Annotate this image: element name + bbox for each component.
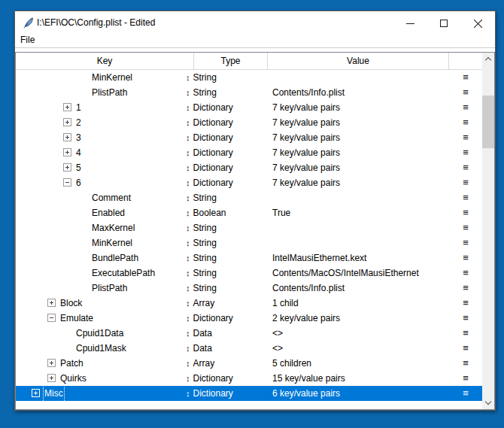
scroll-thumb[interactable]: [482, 96, 494, 148]
drag-handle-icon[interactable]: ≡: [460, 281, 472, 296]
vertical-scrollbar[interactable]: [482, 53, 494, 409]
type-cell[interactable]: ↕Data: [186, 326, 212, 341]
value-cell[interactable]: 7 key/value pairs: [272, 115, 340, 130]
value-cell[interactable]: True: [272, 205, 290, 220]
tree-row[interactable]: Enabled ↕Boolean True ≡: [16, 205, 482, 220]
value-cell[interactable]: 6 key/value pairs: [272, 386, 340, 401]
column-header-menu[interactable]: [449, 53, 483, 69]
tree-row[interactable]: Patch ↕Array 5 children ≡: [16, 356, 482, 371]
expander-icon[interactable]: [63, 163, 71, 172]
tree-row[interactable]: MaxKernel ↕String ≡: [16, 220, 482, 235]
expander-icon[interactable]: [63, 103, 71, 111]
drag-handle-icon[interactable]: ≡: [460, 326, 472, 341]
expander-icon[interactable]: [47, 299, 56, 307]
tree-row[interactable]: MinKernel ↕String ≡: [16, 70, 482, 85]
drag-handle-icon[interactable]: ≡: [460, 341, 472, 356]
drag-handle-icon[interactable]: ≡: [460, 296, 472, 311]
expander-icon[interactable]: [32, 389, 40, 397]
tree-row[interactable]: Block ↕Array 1 child ≡: [16, 296, 482, 311]
type-cell[interactable]: ↕Data: [186, 341, 212, 356]
value-cell[interactable]: 7 key/value pairs: [272, 160, 340, 175]
tree-row[interactable]: 6 ↕Dictionary 7 key/value pairs ≡: [16, 175, 482, 190]
drag-handle-icon[interactable]: ≡: [460, 235, 472, 250]
tree-row[interactable]: Comment ↕String ≡: [16, 190, 482, 205]
type-cell[interactable]: ↕String: [186, 281, 217, 296]
type-cell[interactable]: ↕String: [186, 220, 217, 235]
drag-handle-icon[interactable]: ≡: [460, 85, 472, 100]
drag-handle-icon[interactable]: ≡: [460, 115, 472, 130]
type-cell[interactable]: ↕Dictionary: [186, 371, 233, 386]
drag-handle-icon[interactable]: ≡: [460, 205, 472, 220]
type-cell[interactable]: ↕Boolean: [186, 205, 226, 220]
expander-icon[interactable]: [63, 133, 71, 141]
expander-icon[interactable]: [63, 118, 71, 126]
expander-icon[interactable]: [63, 148, 71, 156]
tree-row[interactable]: 1 ↕Dictionary 7 key/value pairs ≡: [16, 100, 482, 115]
drag-handle-icon[interactable]: ≡: [460, 100, 472, 115]
value-cell[interactable]: <>: [272, 341, 283, 356]
tree-row[interactable]: PlistPath ↕String Contents/Info.plist ≡: [16, 281, 482, 296]
value-cell[interactable]: 2 key/value pairs: [272, 311, 340, 326]
expander-icon[interactable]: [47, 359, 56, 367]
menu-item-file[interactable]: File: [15, 34, 40, 47]
tree-row[interactable]: 4 ↕Dictionary 7 key/value pairs ≡: [16, 145, 482, 160]
drag-handle-icon[interactable]: ≡: [460, 175, 472, 190]
tree-row[interactable]: Cpuid1Data ↕Data <> ≡: [16, 326, 482, 341]
type-cell[interactable]: ↕Array: [186, 356, 214, 371]
type-cell[interactable]: ↕String: [186, 85, 217, 100]
drag-handle-icon[interactable]: ≡: [460, 130, 472, 145]
type-cell[interactable]: ↕String: [186, 190, 217, 205]
drag-handle-icon[interactable]: ≡: [460, 145, 472, 160]
column-header-value[interactable]: Value: [268, 53, 449, 69]
drag-handle-icon[interactable]: ≡: [460, 250, 472, 266]
type-cell[interactable]: ↕Dictionary: [186, 386, 233, 401]
value-cell[interactable]: Contents/MacOS/IntelMausiEthernet: [272, 266, 419, 281]
type-cell[interactable]: ↕String: [186, 266, 217, 281]
drag-handle-icon[interactable]: ≡: [460, 356, 472, 371]
type-cell[interactable]: ↕Array: [186, 296, 214, 311]
drag-handle-icon[interactable]: ≡: [460, 220, 472, 235]
scroll-down-button[interactable]: [482, 396, 494, 409]
scroll-up-button[interactable]: [482, 53, 494, 65]
tree-row[interactable]: ExecutablePath ↕String Contents/MacOS/In…: [16, 266, 482, 281]
titlebar[interactable]: I:\EFI\OC\Config.plist - Edited: [15, 11, 495, 34]
tree-row[interactable]: Misc ↕Dictionary 6 key/value pairs ≡: [16, 386, 482, 401]
value-cell[interactable]: 5 children: [272, 356, 311, 371]
type-cell[interactable]: ↕Dictionary: [186, 311, 233, 326]
maximize-button[interactable]: [427, 11, 461, 34]
drag-handle-icon[interactable]: ≡: [460, 70, 472, 85]
tree-row[interactable]: MinKernel ↕String ≡: [16, 235, 482, 250]
minimize-button[interactable]: [393, 11, 427, 34]
value-cell[interactable]: 7 key/value pairs: [272, 145, 340, 160]
value-cell[interactable]: Contents/Info.plist: [272, 85, 345, 100]
tree-row[interactable]: Emulate ↕Dictionary 2 key/value pairs ≡: [16, 311, 482, 326]
expander-icon[interactable]: [47, 314, 56, 322]
type-cell[interactable]: ↕String: [186, 250, 217, 266]
value-cell[interactable]: 7 key/value pairs: [272, 175, 340, 190]
column-header-type[interactable]: Type: [194, 53, 268, 69]
type-cell[interactable]: ↕Dictionary: [186, 145, 233, 160]
type-cell[interactable]: ↕Dictionary: [186, 175, 233, 190]
value-cell[interactable]: 1 child: [272, 296, 299, 311]
value-cell[interactable]: IntelMausiEthernet.kext: [272, 250, 366, 266]
tree-row[interactable]: PlistPath ↕String Contents/Info.plist ≡: [16, 85, 482, 100]
value-cell[interactable]: 15 key/value pairs: [272, 371, 345, 386]
type-cell[interactable]: ↕Dictionary: [186, 100, 233, 115]
drag-handle-icon[interactable]: ≡: [460, 160, 472, 175]
drag-handle-icon[interactable]: ≡: [460, 190, 472, 205]
tree-row[interactable]: Quirks ↕Dictionary 15 key/value pairs ≡: [16, 371, 482, 386]
value-cell[interactable]: 7 key/value pairs: [272, 100, 340, 115]
tree-row[interactable]: 3 ↕Dictionary 7 key/value pairs ≡: [16, 130, 482, 145]
drag-handle-icon[interactable]: ≡: [460, 386, 472, 401]
value-cell[interactable]: <>: [272, 326, 283, 341]
tree-row[interactable]: BundlePath ↕String IntelMausiEthernet.ke…: [16, 250, 482, 266]
drag-handle-icon[interactable]: ≡: [460, 311, 472, 326]
type-cell[interactable]: ↕Dictionary: [186, 160, 233, 175]
type-cell[interactable]: ↕Dictionary: [186, 130, 233, 145]
drag-handle-icon[interactable]: ≡: [460, 371, 472, 386]
type-cell[interactable]: ↕Dictionary: [186, 115, 233, 130]
expander-icon[interactable]: [47, 374, 56, 382]
tree-row[interactable]: Cpuid1Mask ↕Data <> ≡: [16, 341, 482, 356]
tree-row[interactable]: 2 ↕Dictionary 7 key/value pairs ≡: [16, 115, 482, 130]
value-cell[interactable]: Contents/Info.plist: [272, 281, 345, 296]
